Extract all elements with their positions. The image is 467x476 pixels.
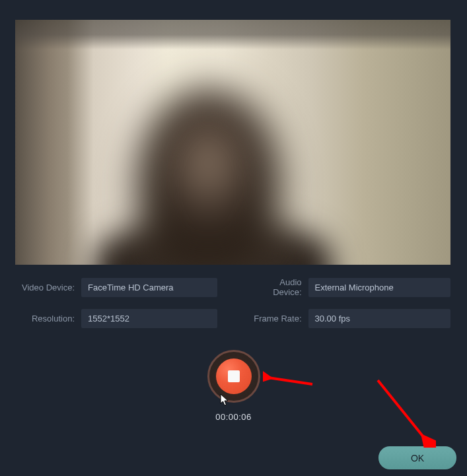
audio-device-field: Audio Device:: [249, 277, 451, 297]
record-controls: 00:00:06: [0, 350, 467, 422]
frame-rate-field: Frame Rate:: [249, 309, 451, 328]
resolution-field: Resolution:: [15, 309, 217, 328]
settings-panel: Video Device: Audio Device: Resolution: …: [15, 277, 450, 340]
elapsed-time: 00:00:06: [215, 412, 252, 422]
resolution-label: Resolution:: [15, 314, 81, 323]
frame-rate-label: Frame Rate:: [249, 314, 308, 323]
preview-subject-head: [137, 89, 279, 265]
audio-device-label: Audio Device:: [249, 277, 308, 297]
audio-device-input[interactable]: [308, 278, 451, 297]
stop-icon: [228, 370, 240, 382]
video-device-field: Video Device:: [15, 277, 217, 297]
preview-background: [15, 20, 450, 50]
stop-record-button[interactable]: [207, 350, 260, 403]
frame-rate-input[interactable]: [308, 309, 451, 328]
ok-button[interactable]: OK: [378, 446, 456, 469]
resolution-input[interactable]: [81, 309, 217, 328]
camera-preview: [15, 20, 450, 265]
video-device-label: Video Device:: [15, 283, 81, 292]
record-button-inner: [216, 358, 252, 394]
video-device-input[interactable]: [81, 278, 217, 297]
